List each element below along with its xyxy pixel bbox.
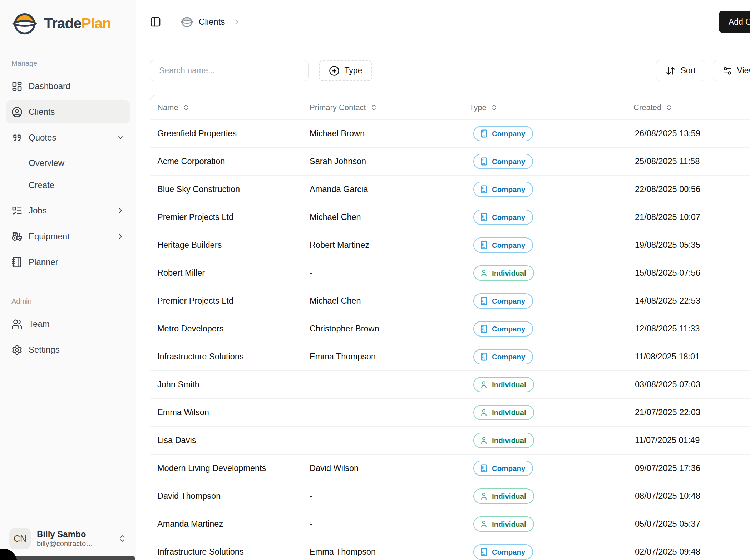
column-header-name[interactable]: Name [150, 103, 310, 112]
sort-label: Sort [680, 66, 695, 75]
type-badge-label: Company [492, 213, 525, 222]
table-row[interactable]: Greenfield Properties Michael Brown Comp… [150, 119, 750, 147]
primary-contact-cell: David Wilson [310, 463, 469, 473]
hard-hat-icon [180, 15, 194, 29]
table-row[interactable]: Emma Wilson - Individual 21/07/2025 22:0… [150, 398, 750, 426]
table-row[interactable]: Heritage Builders Robert Martinez Compan… [150, 231, 750, 259]
primary-contact-cell: Michael Chen [310, 296, 469, 306]
user-name: Billy Sambo [37, 529, 93, 540]
client-name-cell: Emma Wilson [150, 408, 310, 417]
type-badge-label: Company [492, 129, 525, 138]
primary-contact-cell: Amanda Garcia [310, 185, 469, 194]
user-email: billy@contracto… [37, 539, 93, 548]
person-icon [479, 492, 488, 501]
table-row[interactable]: John Smith - Individual 03/08/2025 07:03 [150, 370, 750, 398]
building-icon [479, 129, 488, 138]
client-name-cell: Blue Sky Construction [150, 185, 310, 194]
table-row[interactable]: Infrastructure Solutions Emma Thompson C… [150, 343, 750, 370]
person-icon [479, 436, 488, 445]
client-name-cell: Premier Projects Ltd [150, 296, 310, 306]
sidebar-item-planner[interactable]: Planner [6, 251, 130, 274]
type-badge-label: Company [492, 157, 525, 166]
view-button[interactable]: View [713, 60, 750, 81]
table-row[interactable]: Lisa Davis - Individual 11/07/2025 01:49 [150, 426, 750, 454]
created-cell: 08/07/2025 10:48 [633, 491, 750, 501]
column-header-type[interactable]: Type [469, 103, 633, 112]
building-icon [479, 324, 488, 333]
primary-contact-cell: - [310, 380, 469, 389]
type-badge: Company [473, 544, 533, 560]
type-filter-button[interactable]: Type [319, 60, 372, 81]
type-badge-label: Company [492, 353, 525, 361]
type-cell: Company [469, 461, 633, 476]
created-cell: 21/08/2025 10:07 [633, 212, 750, 222]
top-header: Clients Add Client [136, 0, 750, 44]
type-badge-label: Individual [492, 408, 526, 417]
table-row[interactable]: Amanda Martinez - Individual 05/07/2025 … [150, 510, 750, 538]
quotes-icon [11, 132, 23, 143]
table-row[interactable]: Metro Developers Christopher Brown Compa… [150, 315, 750, 343]
sidebar-subitem-create[interactable]: Create [18, 174, 130, 196]
sidebar-item-label: Dashboard [29, 81, 70, 91]
building-icon [479, 352, 488, 361]
type-badge-label: Individual [492, 380, 526, 389]
table-row[interactable]: Acme Corporation Sarah Johnson Company 2… [150, 147, 750, 175]
created-cell: 19/08/2025 05:35 [633, 240, 750, 250]
column-header-created[interactable]: Created [633, 103, 750, 112]
building-icon [479, 241, 488, 250]
sidebar-item-quotes[interactable]: Quotes [6, 126, 130, 149]
sort-chevrons-icon [182, 104, 190, 111]
type-cell: Individual [469, 433, 633, 448]
type-cell: Company [469, 210, 633, 225]
toolbar-right-group: Sort View [656, 60, 750, 81]
table-toolbar: Type Sort View [136, 44, 750, 81]
sidebar-item-team[interactable]: Team [6, 313, 130, 335]
client-name-cell: Modern Living Developments [150, 463, 310, 473]
primary-contact-cell: Christopher Brown [310, 324, 469, 334]
main-content: Type Sort View Name Primary Contact [136, 0, 750, 560]
brand-name: TradePlan [44, 15, 111, 32]
sidebar-item-settings[interactable]: Settings [6, 338, 130, 361]
type-cell: Individual [469, 516, 633, 532]
table-row[interactable]: Infrastructure Solutions Emma Thompson C… [150, 538, 750, 560]
sidebar-item-clients[interactable]: Clients [6, 100, 130, 123]
table-row[interactable]: David Thompson - Individual 08/07/2025 1… [150, 482, 750, 510]
chevron-right-icon [233, 18, 241, 26]
sort-button[interactable]: Sort [656, 60, 705, 81]
created-cell: 05/07/2025 05:37 [633, 519, 750, 529]
sort-chevrons-icon [490, 104, 498, 111]
created-cell: 25/08/2025 11:58 [633, 157, 750, 166]
type-badge-label: Company [492, 464, 525, 473]
created-cell: 11/07/2025 01:49 [633, 436, 750, 445]
type-cell: Company [469, 293, 633, 309]
column-header-primary-contact[interactable]: Primary Contact [310, 103, 469, 112]
user-menu[interactable]: CN Billy Sambo billy@contracto… [0, 528, 136, 560]
created-cell: 09/07/2025 17:36 [633, 463, 750, 473]
primary-contact-cell: Emma Thompson [310, 352, 469, 362]
building-icon [479, 213, 488, 222]
primary-contact-cell: - [310, 491, 469, 501]
add-client-button[interactable]: Add Client [719, 11, 750, 33]
table-row[interactable]: Modern Living Developments David Wilson … [150, 454, 750, 482]
sidebar-item-equipment[interactable]: Equipment [6, 225, 130, 248]
type-badge: Individual [473, 405, 534, 420]
table-row[interactable]: Blue Sky Construction Amanda Garcia Comp… [150, 175, 750, 203]
sub-item-label: Create [29, 180, 54, 190]
table-row[interactable]: Robert Miller - Individual 15/08/2025 07… [150, 259, 750, 287]
sidebar-item-dashboard[interactable]: Dashboard [6, 75, 130, 98]
type-badge: Company [473, 154, 533, 169]
primary-contact-cell: Michael Brown [310, 129, 469, 138]
sidebar-item-jobs[interactable]: Jobs [6, 199, 130, 222]
section-label-manage: Manage [6, 59, 130, 68]
person-icon [479, 408, 488, 417]
sidebar-subitem-overview[interactable]: Overview [18, 152, 130, 174]
search-input[interactable] [150, 60, 309, 81]
sidebar-toggle-button[interactable] [150, 16, 161, 28]
planner-icon [11, 257, 23, 268]
type-badge-label: Company [492, 297, 525, 305]
panel-left-icon [150, 16, 161, 28]
breadcrumb[interactable]: Clients [180, 15, 241, 29]
table-row[interactable]: Premier Projects Ltd Michael Chen Compan… [150, 287, 750, 315]
table-row[interactable]: Premier Projects Ltd Michael Chen Compan… [150, 203, 750, 231]
client-name-cell: Amanda Martinez [150, 519, 310, 529]
